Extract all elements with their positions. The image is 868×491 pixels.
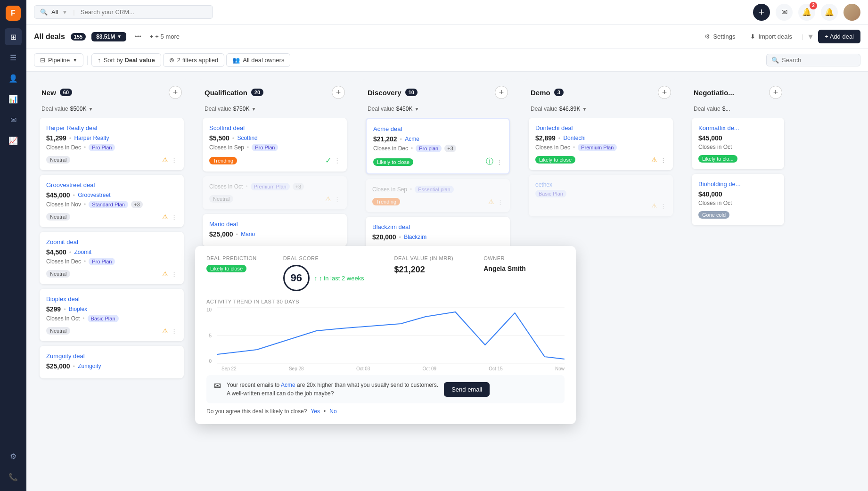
column-demo-title: Demo 3	[531, 89, 564, 97]
card-company: Blackzim	[404, 234, 426, 240]
deal-card[interactable]: Bioholding de... $40,000 Closes in Oct G…	[692, 174, 784, 225]
sidebar-item-phone[interactable]: 📞	[5, 468, 22, 485]
chart-y-10: 10	[206, 307, 212, 312]
add-button[interactable]: +	[753, 4, 770, 21]
deal-tag: Neutral	[46, 270, 70, 278]
agree-no-btn[interactable]: No	[329, 408, 336, 415]
add-deal-btn[interactable]: + Add deal	[818, 30, 860, 43]
user-avatar[interactable]	[843, 4, 860, 21]
sidebar-item-reports[interactable]: 📊	[5, 90, 22, 107]
column-demo-add-btn[interactable]: +	[658, 86, 671, 99]
card-company: Groovestreet	[78, 192, 110, 198]
more-link[interactable]: + + 5 more	[150, 33, 180, 40]
card-title: Blackzim deal	[372, 223, 503, 230]
closes-label: Closes in Dec	[535, 144, 570, 151]
card-more-btn[interactable]: ⋮	[496, 158, 502, 165]
kanban-search-input[interactable]	[782, 57, 855, 64]
filters-btn[interactable]: ⊚ 2 filters applied	[163, 53, 224, 67]
column-new-add-btn[interactable]: +	[169, 86, 182, 99]
acme-link[interactable]: Acme	[281, 382, 295, 388]
search-input[interactable]	[81, 8, 207, 16]
card-more-btn[interactable]: ⋮	[171, 213, 177, 221]
card-value: $25,000	[209, 230, 233, 238]
mail-icon[interactable]: ✉	[776, 4, 793, 21]
deals-value-badge[interactable]: $3.51M ▼	[91, 32, 126, 41]
deal-card[interactable]: Zumgoity deal $25,000 • Zumgoity	[40, 346, 184, 378]
pipeline-btn[interactable]: ⊟ Pipeline ▼	[34, 53, 83, 67]
global-search[interactable]: 🔍 All ▼ |	[34, 5, 213, 19]
card-more-btn[interactable]: ⋮	[334, 157, 340, 164]
import-icon: ⬇	[750, 33, 755, 40]
card-title: Konmatfix de...	[698, 124, 778, 131]
agree-yes-btn[interactable]: Yes	[311, 408, 320, 415]
sidebar: F ⊞ ☰ 👤 📊 ✉ 📈 ⚙ 📞	[0, 0, 26, 491]
more-options-btn[interactable]: •••	[132, 31, 144, 42]
activity-chart: Activity trend in last 30 days 10 5 0	[206, 299, 565, 371]
chevron-icon: ▼	[73, 57, 77, 63]
kanban-search[interactable]: 🔍	[766, 54, 860, 66]
plan-tag: Pro Plan	[89, 144, 115, 151]
card-more-btn[interactable]: ⋮	[171, 327, 177, 335]
card-more-btn[interactable]: ⋮	[171, 156, 177, 164]
card-more-btn[interactable]: ⋮	[334, 196, 340, 203]
deal-card[interactable]: eethex Basic Plan ⚠ ⋮	[529, 175, 673, 216]
deal-value-label: Deal value	[41, 106, 68, 112]
column-negotiation-value: Deal value $...	[686, 106, 790, 118]
deal-card[interactable]: Groovestreet deal $45,000 • Groovestreet…	[40, 175, 184, 227]
alerts-icon[interactable]: 🔔	[821, 4, 838, 21]
deal-card[interactable]: Zoomit deal $4,500 • Zoomit Closes in De…	[40, 232, 184, 284]
card-more-btn[interactable]: ⋮	[171, 270, 177, 278]
card-more-btn[interactable]: ⋮	[497, 198, 503, 205]
card-more-btn[interactable]: ⋮	[660, 156, 666, 164]
column-new-count: 60	[60, 89, 72, 96]
card-value: $45,000	[46, 191, 70, 199]
deal-card[interactable]: Blackzim deal $20,000 • Blackzim	[366, 217, 510, 249]
sort-btn[interactable]: ↑ Sort by Deal value	[91, 53, 161, 67]
sort-label: Sort by Deal value	[104, 57, 155, 64]
deal-card[interactable]: Mario deal $25,000 • Mario	[203, 214, 347, 246]
sidebar-item-menu[interactable]: ☰	[5, 49, 22, 66]
deal-card[interactable]: Acme deal $21,202 • Acme Closes in Dec •…	[366, 118, 510, 174]
deal-card[interactable]: Dontechi deal $2,899 • Dontechi Closes i…	[529, 118, 673, 170]
settings-btn[interactable]: ⚙ Settings	[699, 30, 741, 43]
chart-title: Activity trend in last 30 days	[206, 299, 565, 304]
separator-1	[87, 56, 88, 65]
top-bar-actions: + ✉ 🔔 2 🔔	[753, 4, 860, 21]
check-icon: ✓	[325, 156, 331, 165]
column-qualification-add-btn[interactable]: +	[332, 86, 345, 99]
sidebar-item-contacts[interactable]: 👤	[5, 70, 22, 87]
deals-count-badge: 155	[71, 33, 86, 41]
filter-icon: ⊚	[169, 57, 174, 64]
column-negotiation-add-btn[interactable]: +	[769, 86, 782, 99]
sidebar-item-analytics[interactable]: 📈	[5, 132, 22, 149]
column-label: Demo	[531, 89, 550, 97]
column-discovery-value: Deal value $450K ▼	[360, 106, 516, 118]
column-count: 20	[251, 89, 263, 96]
card-meta: Closes in Dec • Premium Plan	[535, 144, 666, 151]
card-more-btn[interactable]: ⋮	[660, 203, 666, 210]
deal-card[interactable]: Konmatfix de... $45,000 Closes in Oct Li…	[692, 118, 784, 169]
all-dropdown[interactable]: All	[51, 8, 58, 16]
info-icon: ⓘ	[486, 157, 493, 167]
column-discovery-add-btn[interactable]: +	[495, 86, 508, 99]
sidebar-item-grid[interactable]: ⊞	[5, 28, 22, 45]
column-negotiation-cards: Konmatfix de... $45,000 Closes in Oct Li…	[686, 118, 790, 483]
card-footer: Trending ⚠ ⋮	[372, 198, 503, 205]
deal-card[interactable]: Bioplex deal $299 • Bioplex Closes in Oc…	[40, 289, 184, 341]
sidebar-item-settings[interactable]: ⚙	[5, 448, 22, 465]
sidebar-item-email[interactable]: ✉	[5, 111, 22, 128]
owners-btn[interactable]: 👥 All deal owners	[226, 53, 290, 67]
send-email-btn[interactable]: Send email	[444, 382, 490, 397]
deal-card[interactable]: Harper Realty deal $1,299 • Harper Realt…	[40, 118, 184, 170]
notifications-icon[interactable]: 🔔 2	[798, 4, 815, 21]
deal-card[interactable]: Closes in Oct • Premium Plan +3 Neutral …	[203, 176, 347, 209]
import-dropdown-btn[interactable]: ▼	[807, 33, 814, 41]
card-meta: Closes in Dec • Pro Plan	[46, 144, 177, 151]
deal-card[interactable]: Closes in Sep • Essential plan Trending …	[366, 179, 510, 212]
deal-tag: Neutral	[209, 195, 233, 203]
card-footer: Likely to clo...	[698, 155, 778, 163]
deal-card[interactable]: Scotfind deal $5,500 • Scotfind Closes i…	[203, 118, 347, 172]
owners-label: All deal owners	[243, 57, 284, 64]
import-deals-btn[interactable]: ⬇ Import deals	[745, 30, 798, 43]
closes-label: Closes in Oct	[698, 200, 732, 206]
